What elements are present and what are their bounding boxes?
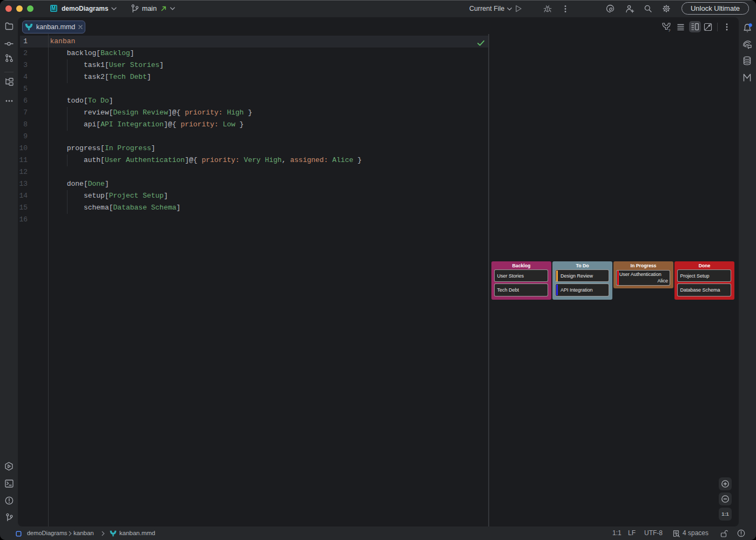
svg-text:?: ? <box>668 28 671 32</box>
